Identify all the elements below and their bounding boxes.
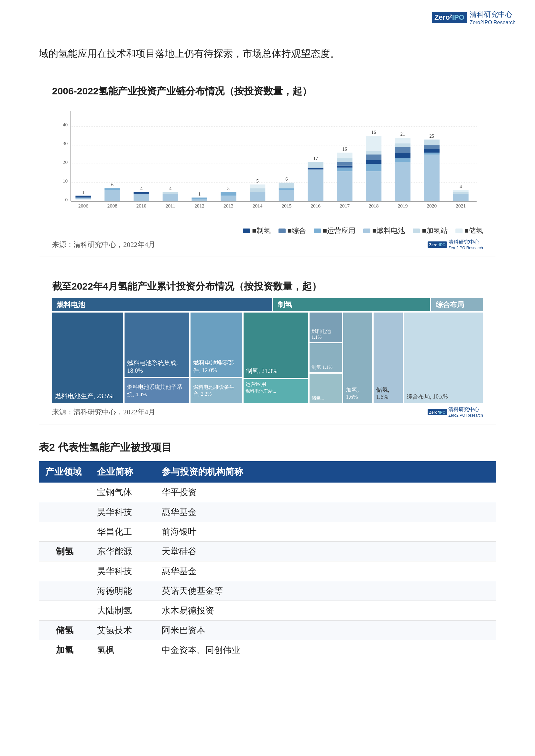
- source-logo-icon: Zero²IPO: [428, 241, 447, 248]
- svg-rect-41: [279, 188, 294, 190]
- treemap-logo-text: 清科研究中心 Zero2IPO Research: [448, 406, 483, 418]
- treemap-cell-small2: 制氢 1.1%: [310, 343, 342, 373]
- legend-zonghe: ■综合: [278, 226, 306, 236]
- bar-chart-svg: 0 10 20 30 40 1 2006 6 20: [52, 106, 483, 222]
- svg-text:6: 6: [111, 182, 114, 187]
- table-row: 加氢氢枫中金资本、同创伟业: [39, 640, 496, 660]
- treemap-cell-small1: 燃料电池 1.1%: [310, 312, 342, 342]
- svg-text:25: 25: [429, 133, 434, 139]
- svg-rect-23: [163, 194, 178, 202]
- intro-text: 域的氢能应用在技术和项目落地上仍有待探索，市场总体持观望态度。: [39, 45, 496, 62]
- cell-company: 艾氢技术: [91, 621, 155, 640]
- svg-text:2011: 2011: [166, 203, 175, 208]
- svg-text:2006: 2006: [78, 203, 88, 208]
- source-logo-text: 清科研究中心 Zero2IPO Research: [448, 239, 483, 250]
- bar-chart-section: 2006-2022氢能产业投资产业链分布情况（按投资数量，起） 0 10 20 …: [39, 75, 496, 257]
- svg-rect-66: [395, 162, 410, 202]
- bar-chart-source-logo: Zero²IPO 清科研究中心 Zero2IPO Research: [428, 239, 483, 250]
- svg-rect-70: [395, 143, 410, 147]
- treemap-section: 截至2022年4月氢能产业累计投资分布情况（按投资数量，起） 燃料电池 制氢 综…: [39, 270, 496, 424]
- cell-company: 大陆制氢: [91, 601, 155, 621]
- cell-industry: [39, 601, 91, 621]
- logo-icon: Zero2IPO: [432, 12, 467, 23]
- legend-color-fuel: [363, 229, 370, 233]
- svg-rect-45: [308, 169, 324, 201]
- legend-color-zhiqi: [243, 229, 250, 233]
- treemap-header-fuel: 燃料电池: [52, 298, 272, 311]
- svg-rect-68: [395, 152, 410, 158]
- svg-text:3: 3: [227, 186, 230, 191]
- table-title: 表2 代表性氢能产业被投项目: [39, 441, 496, 455]
- treemap-small2-label: 制氢 1.1%: [312, 364, 340, 370]
- svg-rect-16: [104, 188, 120, 190]
- svg-text:4: 4: [460, 184, 462, 189]
- treemap-parts-col: 燃料电池堆零部件, 12.0% 燃料电池堆设备生产, 2.2%: [190, 312, 242, 403]
- legend-label-storage: ■储氢: [465, 226, 483, 236]
- cell-investor: 华平投资: [155, 483, 496, 502]
- svg-rect-77: [424, 145, 439, 149]
- svg-rect-11: [75, 198, 91, 200]
- treemap-cell-zonghe: 综合布局, 10.x%: [404, 312, 483, 403]
- legend-color-ops: [314, 229, 321, 233]
- svg-rect-53: [337, 162, 352, 166]
- legend-color-storage: [455, 229, 463, 233]
- legend-label-fuel: ■燃料电池: [372, 226, 405, 236]
- svg-text:21: 21: [401, 132, 405, 137]
- legend-jiaqingzhan: ■加氢站: [413, 226, 447, 236]
- table-row: 昊华科技惠华基金: [39, 561, 496, 581]
- treemap-cell-fuel-production: 燃料电池生产, 23.5%: [52, 312, 123, 403]
- source-company-cn: 清科研究中心: [448, 239, 483, 246]
- table-row: 制氢东华能源天堂硅谷: [39, 542, 496, 561]
- cell-industry: [39, 561, 91, 581]
- svg-text:4: 4: [140, 186, 143, 191]
- svg-text:2019: 2019: [398, 203, 408, 208]
- cell-investor: 中金资本、同创伟业: [155, 640, 496, 660]
- svg-rect-24: [163, 192, 178, 194]
- table-row: 华昌化工前海银叶: [39, 522, 496, 542]
- treemap-label-other-systems: 燃料电池系统其他子系统, 4.4%: [127, 383, 187, 398]
- svg-rect-61: [366, 154, 381, 160]
- treemap-small-col: 燃料电池 1.1% 制氢 1.1% 储氢...: [310, 312, 342, 403]
- bar-chart-wrapper: 0 10 20 30 40 1 2006 6 20: [52, 106, 483, 222]
- table-header-row: 产业领域 企业简称 参与投资的机构简称: [39, 461, 496, 483]
- legend-label-ops: ■运营应用: [323, 226, 355, 236]
- svg-text:4: 4: [169, 186, 172, 191]
- svg-text:5: 5: [256, 178, 259, 184]
- table-row: 大陆制氢水木易德投资: [39, 601, 496, 621]
- treemap-company-cn: 清科研究中心: [448, 406, 483, 413]
- svg-rect-69: [395, 147, 410, 152]
- svg-text:1: 1: [82, 190, 84, 195]
- svg-rect-58: [366, 171, 381, 202]
- svg-rect-31: [221, 196, 236, 201]
- treemap-source-text: 来源：清科研究中心，2022年4月: [52, 407, 155, 417]
- treemap-label-parts: 燃料电池堆零部件, 12.0%: [193, 359, 240, 374]
- svg-rect-50: [337, 171, 352, 202]
- svg-rect-19: [134, 194, 149, 202]
- cell-investor: 惠华基金: [155, 561, 496, 581]
- svg-rect-52: [337, 166, 352, 168]
- table-row: 宝钢气体华平投资: [39, 483, 496, 502]
- table-row: 储氢艾氢技术阿米巴资本: [39, 621, 496, 640]
- svg-text:2015: 2015: [281, 203, 292, 208]
- svg-rect-28: [191, 198, 207, 200]
- legend-label-zonghe: ■综合: [288, 226, 306, 236]
- svg-text:2017: 2017: [340, 203, 350, 208]
- cell-investor: 天堂硅谷: [155, 542, 496, 561]
- treemap-label-system-integration: 燃料电池系统集成, 18.0%: [127, 359, 187, 374]
- th-industry: 产业领域: [39, 461, 91, 483]
- treemap-cell-other-systems: 燃料电池系统其他子系统, 4.4%: [125, 378, 189, 403]
- treemap-header-comprehensive: 综合布局: [431, 298, 483, 311]
- investment-table: 产业领域 企业简称 参与投资的机构简称 宝钢气体华平投资昊华科技惠华基金华昌化工…: [39, 461, 496, 660]
- cell-company: 氢枫: [91, 640, 155, 660]
- svg-rect-60: [366, 160, 381, 164]
- svg-text:2014: 2014: [253, 203, 263, 208]
- svg-rect-59: [366, 164, 381, 171]
- page: Zero2IPO 清科研究中心 Zero2IPO Research 域的氢能应用…: [0, 0, 535, 756]
- treemap-title: 截至2022年4月氢能产业累计投资分布情况（按投资数量，起）: [52, 280, 483, 293]
- cell-industry: 加氢: [39, 640, 91, 660]
- bar-chart-source-text: 来源：清科研究中心，2022年4月: [52, 240, 155, 250]
- legend-label-hydro: ■加氢站: [422, 226, 447, 236]
- cell-investor: 英诺天使基金等: [155, 581, 496, 601]
- treemap-company-en: Zero2IPO Research: [448, 413, 483, 418]
- bar-chart-title: 2006-2022氢能产业投资产业链分布情况（按投资数量，起）: [52, 85, 483, 98]
